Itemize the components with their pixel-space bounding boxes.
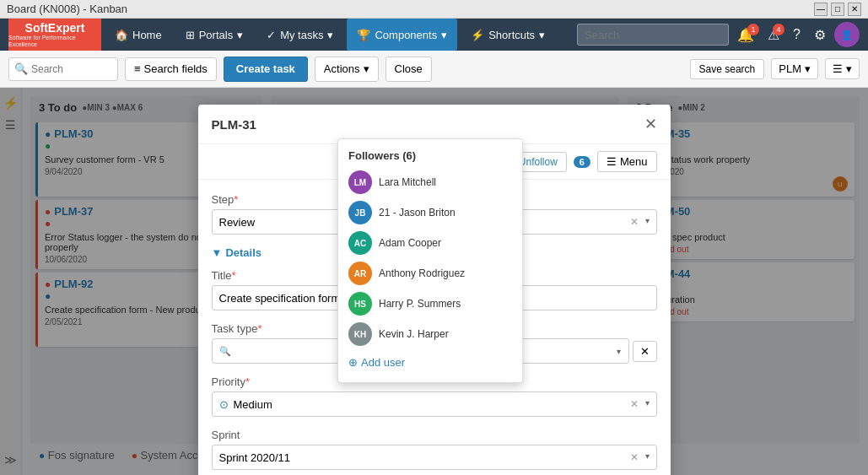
sprint-clear-icon[interactable]: ✕ — [630, 451, 639, 463]
sprint-label: Sprint — [212, 429, 657, 441]
step-chevron-icon: ▾ — [645, 216, 650, 228]
view-options-button[interactable]: ☰ ▾ — [825, 58, 860, 79]
follower-name-5: Kevin J. Harper — [379, 328, 449, 340]
list-icon: ☰ — [833, 62, 843, 75]
close-window-button[interactable]: ✕ — [848, 3, 861, 16]
task-type-chevron-icon: ▾ — [617, 347, 621, 356]
follower-name-1: 21 - Jason Briton — [379, 207, 456, 219]
search-icon: 🔍 — [14, 62, 28, 75]
priority-clear-icon[interactable]: ✕ — [630, 398, 639, 410]
plm-dropdown[interactable]: PLM ▾ — [771, 58, 818, 79]
nav-shortcuts-button[interactable]: ⚡ Shortcuts ▾ — [461, 19, 555, 51]
follower-avatar-3: AR — [348, 262, 372, 285]
follower-avatar-0: LM — [348, 170, 372, 194]
sprint-chevron-icon: ▾ — [645, 451, 650, 463]
home-icon: 🏠 — [115, 29, 128, 41]
sub-toolbar: 🔍 ≡ Search fields Create task Actions ▾ … — [0, 51, 868, 88]
sprint-select[interactable]: Sprint 2020/11 ✕ ▾ — [212, 445, 657, 470]
step-clear-icon[interactable]: ✕ — [630, 216, 639, 228]
minimize-button[interactable]: — — [814, 3, 828, 16]
actions-button[interactable]: Actions ▾ — [315, 57, 379, 82]
tasks-chevron-icon: ▾ — [327, 29, 333, 41]
task-type-clear-button[interactable]: ✕ — [633, 341, 657, 362]
search-box[interactable]: 🔍 — [8, 57, 118, 81]
alert-badge: 4 — [773, 24, 784, 35]
window-title-text: Board (KN008) - Kanban — [7, 3, 127, 15]
components-chevron-icon: ▾ — [441, 29, 447, 41]
nav-home-button[interactable]: 🏠 Home — [105, 19, 172, 51]
plm-chevron-icon: ▾ — [805, 62, 811, 75]
priority-radio-icon: ⊙ — [219, 398, 229, 411]
help-button[interactable]: ? — [788, 24, 806, 46]
portals-chevron-icon: ▾ — [237, 29, 243, 41]
create-task-button[interactable]: Create task — [224, 57, 308, 82]
logo: SoftExpert Software for Performance Exce… — [8, 19, 101, 51]
priority-select[interactable]: ⊙ Medium ✕ ▾ — [212, 391, 657, 417]
components-icon: 🏆 — [357, 29, 370, 41]
add-icon: ⊕ — [348, 356, 358, 369]
menu-icon: ☰ — [607, 155, 617, 168]
follower-avatar-1: JB — [348, 201, 372, 224]
logo-sub-text: Software for Performance Excellence — [8, 35, 101, 47]
nav-portals-button[interactable]: ⊞ Portals ▾ — [175, 19, 253, 51]
priority-chevron-icon: ▾ — [645, 398, 650, 410]
modal-close-button[interactable]: ✕ — [644, 115, 657, 133]
follower-name-4: Harry P. Summers — [379, 298, 461, 310]
task-type-search-icon: 🔍 — [219, 346, 231, 357]
follower-item-5: KH Kevin J. Harper — [348, 322, 512, 346]
maximize-button[interactable]: □ — [831, 3, 844, 16]
search-input[interactable] — [31, 63, 107, 75]
alerts-button[interactable]: ⚠4 — [763, 24, 784, 46]
nav-icon-group: 🔔1 ⚠4 ? ⚙ 👤 — [732, 22, 860, 47]
main-content: ⚡ ☰ ≫ 3 To do ●MIN 3 ●MAX 6 ● PLM-30 ● — [0, 88, 868, 475]
notifications-button[interactable]: 🔔1 — [732, 24, 759, 46]
nav-my-tasks-button[interactable]: ✓ My tasks ▾ — [256, 19, 343, 51]
follower-avatar-4: HS — [348, 292, 372, 316]
window-controls: — □ ✕ — [814, 3, 861, 16]
nav-search-input[interactable] — [577, 24, 729, 46]
follower-item-1: JB 21 - Jason Briton — [348, 201, 512, 224]
notification-badge: 1 — [747, 24, 759, 35]
modal-title: PLM-31 — [212, 117, 256, 132]
follower-item-4: HS Harry P. Summers — [348, 292, 512, 316]
follower-avatar-2: AC — [348, 231, 372, 255]
shortcuts-chevron-icon: ▾ — [539, 29, 545, 41]
follower-name-0: Lara Mitchell — [379, 176, 436, 188]
followers-panel-title: Followers (6) — [348, 149, 512, 162]
settings-button[interactable]: ⚙ — [809, 24, 831, 46]
save-search-button[interactable]: Save search — [690, 59, 765, 79]
user-avatar[interactable]: 👤 — [834, 22, 860, 47]
shortcuts-icon: ⚡ — [471, 29, 484, 41]
window-titlebar: Board (KN008) - Kanban — □ ✕ — [0, 0, 868, 19]
tasks-icon: ✓ — [267, 29, 276, 41]
collapse-icon: ▼ — [212, 246, 223, 259]
follower-name-2: Adam Cooper — [379, 237, 441, 249]
followers-count-badge: 6 — [574, 156, 590, 168]
search-fields-button[interactable]: ≡ Search fields — [125, 57, 217, 81]
actions-chevron-icon: ▾ — [364, 62, 369, 75]
sprint-field: Sprint Sprint 2020/11 ✕ ▾ — [212, 429, 657, 470]
follower-item-0: LM Lara Mitchell — [348, 170, 512, 194]
follower-item-3: AR Anthony Rodriguez — [348, 262, 512, 285]
portals-icon: ⊞ — [186, 29, 195, 41]
follower-name-3: Anthony Rodriguez — [379, 267, 465, 279]
view-chevron-icon: ▾ — [846, 62, 852, 75]
followers-panel: Followers (6) LM Lara Mitchell JB 21 - J… — [337, 138, 523, 383]
modal-overlay: PLM-31 ✕ Unfollow 6 ☰ Menu Step* — [0, 88, 868, 475]
follower-item-2: AC Adam Cooper — [348, 231, 512, 255]
menu-button[interactable]: ☰ Menu — [597, 151, 657, 172]
add-user-button[interactable]: ⊕ Add user — [348, 353, 405, 372]
close-button[interactable]: Close — [385, 57, 432, 82]
logo-text-main: SoftExpert — [25, 22, 85, 35]
top-nav: SoftExpert Software for Performance Exce… — [0, 19, 868, 51]
filter-icon: ≡ — [134, 62, 141, 75]
nav-components-button[interactable]: 🏆 Components ▾ — [347, 19, 457, 51]
follower-avatar-5: KH — [348, 322, 372, 346]
